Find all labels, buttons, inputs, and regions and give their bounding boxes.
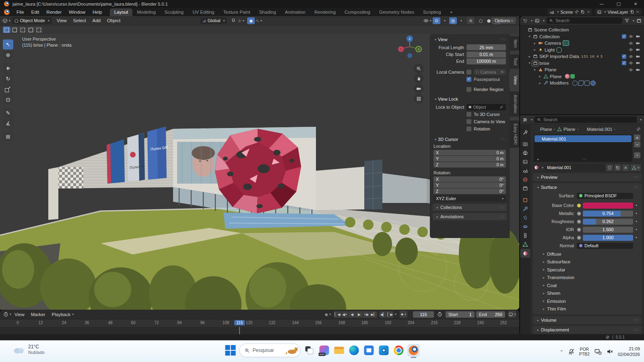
chip-icon[interactable] xyxy=(578,81,584,86)
hide-eye-icon[interactable] xyxy=(628,48,634,52)
lock-option-checkbox[interactable]: ✓ xyxy=(466,126,471,131)
workspace-tab[interactable]: Texture Paint xyxy=(219,8,255,16)
chip-icon[interactable] xyxy=(584,81,590,86)
proportional-falloff[interactable]: ∿▾ xyxy=(255,17,262,24)
collapsed-panel[interactable]: ▸Collections∷∷ xyxy=(433,204,507,211)
tab-tool[interactable] xyxy=(520,128,530,137)
jump-to-start-button[interactable]: ▏◀ xyxy=(334,311,341,318)
lock-option-checkbox[interactable]: ✓ xyxy=(466,112,471,117)
viewlayer-selector[interactable]: ▾ ViewLayer × xyxy=(595,8,642,15)
lock-to-object-field[interactable]: ▣ Object xyxy=(466,104,506,110)
cursor-rotation-field[interactable]: Z0° xyxy=(433,188,506,194)
animate-dot-icon[interactable]: • xyxy=(634,236,638,240)
npanel-tab[interactable]: Item xyxy=(509,36,519,51)
section-row[interactable]: ▸Volume∷∷ xyxy=(533,316,642,324)
clip-end-field[interactable]: 100000 m xyxy=(466,58,506,64)
subsection-row[interactable]: ▸Sheen xyxy=(533,290,642,298)
clip-start-field[interactable]: 0.01 m xyxy=(466,52,506,58)
viewport-menu[interactable]: View xyxy=(54,18,70,23)
value-slider[interactable]: 0.262 xyxy=(583,219,633,225)
slot-expand-icon[interactable]: ▸ xyxy=(537,157,539,161)
expand-icon[interactable]: ▾ xyxy=(527,35,532,38)
weather-widget[interactable]: 21°C Nublado xyxy=(13,344,45,355)
expand-icon[interactable]: ▾ xyxy=(527,61,532,65)
eyedropper-icon[interactable] xyxy=(500,105,504,109)
local-camera-field[interactable]: ▢ Camera × xyxy=(474,69,506,75)
topbar-menu[interactable]: Help xyxy=(89,10,106,14)
outliner-row[interactable]: ▸ Camera ✓ xyxy=(520,40,644,47)
outliner-row[interactable]: ▸ Light ✓ xyxy=(520,47,644,54)
outliner-search[interactable]: Search xyxy=(547,17,622,24)
viewport-3d[interactable]: iTunes G iTunes Gift xyxy=(0,16,519,310)
show-overlays-button[interactable]: ◎ xyxy=(449,17,457,24)
select-mode-tweak[interactable] xyxy=(3,27,10,33)
exclude-checkbox[interactable]: ✓ xyxy=(622,54,626,59)
render-visibility-icon[interactable] xyxy=(635,67,641,72)
remove-slot-button[interactable]: − xyxy=(634,141,640,147)
duplicate-material-button[interactable] xyxy=(614,164,621,171)
expand-icon[interactable]: ▸ xyxy=(537,81,543,85)
subsection-row[interactable]: ▸Coat xyxy=(533,281,642,290)
mode-selector[interactable]: ▢ Object Mode▾ xyxy=(12,17,52,24)
ortho-grid-icon[interactable] xyxy=(414,94,423,103)
object-visibility-button[interactable]: ▾ xyxy=(423,17,431,24)
taskbar-search[interactable]: Pesquisar xyxy=(239,343,301,357)
npanel-tab[interactable]: Animation xyxy=(509,91,519,117)
outliner-editor-icon[interactable] xyxy=(522,18,528,23)
viewport-menu[interactable]: Object xyxy=(104,18,124,23)
stopwatch-icon[interactable] xyxy=(437,312,442,317)
start-button[interactable] xyxy=(225,344,237,356)
task-view-button[interactable] xyxy=(303,344,316,356)
view-panel-title[interactable]: View xyxy=(438,37,448,42)
rotation-mode-dropdown[interactable]: XYZ Euler▾ xyxy=(433,195,506,202)
npanel-tab[interactable]: Tool xyxy=(509,54,519,68)
jump-to-end-button[interactable]: ▶▏ xyxy=(370,311,377,318)
collapse-icon[interactable]: ▾ xyxy=(435,38,436,41)
workspace-tab[interactable]: Geometry Nodes xyxy=(375,8,419,16)
render-visibility-icon[interactable] xyxy=(635,41,641,46)
outliner-row[interactable]: ▸ Plane ✓ xyxy=(520,73,644,80)
panel-grip-icon[interactable]: ∷∷ xyxy=(501,137,506,141)
animate-dot-icon[interactable]: • xyxy=(634,203,638,207)
subsection-row[interactable]: ▸Emission xyxy=(533,297,642,305)
animate-dot-icon[interactable]: • xyxy=(634,211,638,215)
tool-cursor[interactable]: ⊕ xyxy=(3,50,13,60)
timeline-menu[interactable]: Marker xyxy=(28,312,49,317)
expand-icon[interactable]: ▸ xyxy=(532,41,537,45)
camera-view-icon[interactable] xyxy=(414,84,423,93)
tab-render[interactable] xyxy=(520,140,530,149)
cursor-location-field[interactable]: X0 m xyxy=(433,150,506,155)
breadcrumb-item[interactable]: Plane› xyxy=(557,127,578,132)
outliner-row[interactable]: ▾ Plane ✓ xyxy=(520,66,644,73)
render-visibility-icon[interactable] xyxy=(635,34,641,39)
scene-selector[interactable]: ▾ Scene × xyxy=(547,8,592,15)
prev-frame-button[interactable]: ◀▏ xyxy=(380,311,386,318)
tool-move[interactable]: ↔↔ xyxy=(3,63,13,73)
tab-particles[interactable] xyxy=(520,213,530,222)
timeline-menu[interactable]: View xyxy=(11,312,28,317)
notifications-muted-icon[interactable] xyxy=(568,348,575,355)
clock-widget[interactable]: 21:09 02/04/2026 xyxy=(618,346,640,357)
add-slot-button[interactable]: + xyxy=(634,134,640,141)
collapse-icon[interactable]: ▾ xyxy=(435,138,436,141)
next-frame-button[interactable]: ▏▶ xyxy=(387,311,394,318)
copy-icon[interactable] xyxy=(580,10,585,14)
material-slot-list[interactable]: Material.001 ▸∷∷ xyxy=(534,134,632,162)
hide-eye-icon[interactable] xyxy=(628,54,634,59)
playhead-line[interactable] xyxy=(239,327,240,334)
topbar-menu[interactable]: Window xyxy=(65,10,89,14)
tool-add-cube[interactable]: ⊞ xyxy=(3,132,13,142)
timeline-track[interactable] xyxy=(0,327,519,334)
timeline-editor-icon[interactable] xyxy=(3,312,8,317)
edge-button[interactable] xyxy=(348,344,360,356)
tab-object-data[interactable] xyxy=(520,240,530,249)
fake-user-button[interactable] xyxy=(606,164,613,171)
workspace-tab[interactable]: + xyxy=(446,8,457,16)
animate-dot-icon[interactable]: • xyxy=(634,219,638,223)
surface-shader-field[interactable]: Principled BSDF xyxy=(577,193,633,199)
tab-view-layer[interactable] xyxy=(520,157,530,166)
minimize-button[interactable]: — xyxy=(593,1,610,6)
playhead-frame-badge[interactable]: 115 xyxy=(234,320,245,325)
prev-keyframe-button[interactable]: ◀• xyxy=(341,311,348,318)
copy-icon[interactable] xyxy=(630,10,634,14)
